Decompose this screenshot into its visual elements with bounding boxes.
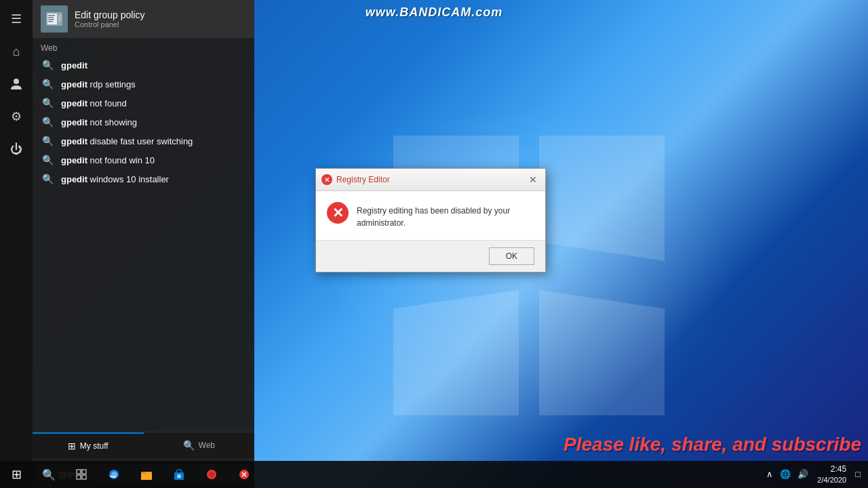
sidebar-home-icon[interactable]: ⌂ bbox=[3, 38, 30, 65]
registry-editor-dialog: ✕ Registry Editor ✕ ✕ Registry editing h… bbox=[315, 168, 546, 272]
tab-my-stuff[interactable]: ⊞ My stuff bbox=[33, 432, 144, 458]
svg-rect-17 bbox=[77, 470, 81, 474]
svg-rect-22 bbox=[141, 472, 146, 474]
tray-notification-icon[interactable]: □ bbox=[853, 469, 863, 479]
search-icon-2: 🔍 bbox=[41, 98, 54, 108]
sidebar-settings-icon[interactable]: ⚙ bbox=[3, 103, 30, 130]
svg-rect-18 bbox=[82, 470, 86, 474]
start-panel: ☰ ⌂ ⚙ ⏻ bbox=[0, 0, 254, 488]
bottom-tabs: ⊞ My stuff 🔍 Web bbox=[33, 432, 254, 458]
web-section-header: Web bbox=[33, 38, 254, 56]
web-items-container: 🔍gpedit🔍gpedit rdp settings🔍gpedit not f… bbox=[33, 56, 254, 188]
taskbar: ⊞ 🔍 bbox=[0, 461, 868, 488]
web-tab-label: Web bbox=[199, 441, 215, 450]
error-icon: ✕ bbox=[327, 202, 349, 224]
web-item-text-0: gpedit bbox=[61, 60, 87, 70]
tray-chevron-icon[interactable]: ∧ bbox=[764, 469, 775, 479]
search-icon-6: 🔍 bbox=[41, 174, 54, 184]
sidebar-user-icon[interactable] bbox=[3, 70, 30, 98]
web-item-5[interactable]: 🔍gpedit not found win 10 bbox=[33, 150, 254, 169]
search-icon-4: 🔍 bbox=[41, 136, 54, 146]
windows-logo-icon: ⊞ bbox=[68, 441, 76, 451]
dialog-title-left: ✕ Registry Editor bbox=[321, 174, 390, 185]
dialog-ok-button[interactable]: OK bbox=[489, 247, 534, 265]
search-icon-5: 🔍 bbox=[41, 155, 54, 165]
task-view-button[interactable] bbox=[65, 461, 98, 488]
sidebar-icons: ☰ ⌂ ⚙ ⏻ bbox=[0, 0, 33, 488]
tray-volume-icon[interactable]: 🔊 bbox=[795, 469, 810, 479]
sidebar-power-icon[interactable]: ⏻ bbox=[3, 136, 30, 163]
subscribe-text: Please like, share, and subscribe bbox=[564, 434, 861, 455]
web-item-text-2: gpedit not found bbox=[61, 98, 127, 108]
best-match-text: Edit group policy Control panel bbox=[75, 9, 145, 28]
web-item-6[interactable]: 🔍gpedit windows 10 installer bbox=[33, 169, 254, 188]
tray-date-display: 2/4/2020 bbox=[817, 475, 846, 485]
close-taskbar-icon[interactable] bbox=[228, 461, 260, 488]
search-icon-1: 🔍 bbox=[41, 79, 54, 89]
bandicam-watermark: www.BANDICAM.com bbox=[366, 5, 502, 20]
best-match-item[interactable]: Edit group policy Control panel bbox=[33, 0, 254, 38]
svg-rect-19 bbox=[77, 475, 81, 479]
dialog-footer: OK bbox=[316, 240, 545, 272]
cortana-search-taskbar[interactable]: 🔍 bbox=[33, 461, 65, 488]
web-item-1[interactable]: 🔍gpedit rdp settings bbox=[33, 75, 254, 94]
tab-web[interactable]: 🔍 Web bbox=[144, 432, 255, 458]
web-item-4[interactable]: 🔍gpedit disable fast user switching bbox=[33, 131, 254, 150]
desktop: www.BANDICAM.com This PC bbox=[0, 0, 868, 488]
search-icon-0: 🔍 bbox=[41, 60, 54, 70]
taskbar-icons: 🔍 bbox=[33, 461, 260, 488]
tray-time-display: 2:45 bbox=[817, 464, 846, 475]
system-tray: ∧ 🌐 🔊 2:45 2/4/2020 □ bbox=[759, 464, 868, 485]
my-stuff-label: My stuff bbox=[80, 441, 108, 451]
sidebar-hamburger-icon[interactable]: ☰ bbox=[3, 5, 30, 33]
svg-rect-16 bbox=[58, 15, 61, 22]
web-item-text-4: gpedit disable fast user switching bbox=[61, 136, 193, 146]
start-button[interactable]: ⊞ bbox=[0, 461, 33, 488]
dialog-body: ✕ Registry editing has been disabled by … bbox=[316, 191, 545, 240]
svg-text:⊞: ⊞ bbox=[177, 474, 181, 479]
edge-browser-taskbar[interactable] bbox=[98, 461, 130, 488]
svg-rect-13 bbox=[48, 17, 54, 18]
best-match-title: Edit group policy bbox=[75, 9, 145, 20]
store-taskbar[interactable]: ⊞ bbox=[163, 461, 195, 488]
web-item-text-6: gpedit windows 10 installer bbox=[61, 174, 169, 184]
dialog-close-button[interactable]: ✕ bbox=[526, 173, 540, 186]
dialog-title-icon: ✕ bbox=[321, 174, 332, 185]
gpedit-icon-box bbox=[41, 5, 68, 33]
web-item-2[interactable]: 🔍gpedit not found bbox=[33, 94, 254, 113]
web-tab-search-icon: 🔍 bbox=[183, 440, 195, 451]
dialog-message: Registry editing has been disabled by yo… bbox=[357, 202, 534, 229]
svg-point-26 bbox=[209, 472, 214, 477]
web-section: Web 🔍gpedit🔍gpedit rdp settings🔍gpedit n… bbox=[33, 38, 254, 432]
svg-rect-20 bbox=[82, 475, 86, 479]
main-content: Edit group policy Control panel Web 🔍gpe… bbox=[33, 0, 254, 488]
best-match-subtitle: Control panel bbox=[75, 20, 145, 28]
web-item-0[interactable]: 🔍gpedit bbox=[33, 56, 254, 75]
web-item-text-1: gpedit rdp settings bbox=[61, 79, 136, 89]
web-item-text-3: gpedit not showing bbox=[61, 117, 137, 127]
web-item-text-5: gpedit not found win 10 bbox=[61, 155, 155, 165]
file-explorer-taskbar[interactable] bbox=[130, 461, 163, 488]
search-icon-3: 🔍 bbox=[41, 117, 54, 127]
svg-rect-14 bbox=[48, 19, 54, 20]
svg-point-9 bbox=[14, 79, 19, 84]
dialog-title-text: Registry Editor bbox=[336, 175, 390, 184]
tray-clock[interactable]: 2:45 2/4/2020 bbox=[813, 464, 850, 485]
record-button-taskbar[interactable] bbox=[195, 461, 228, 488]
dialog-titlebar: ✕ Registry Editor ✕ bbox=[316, 169, 545, 191]
web-item-3[interactable]: 🔍gpedit not showing bbox=[33, 113, 254, 131]
svg-rect-12 bbox=[48, 15, 55, 16]
tray-network-icon[interactable]: 🌐 bbox=[778, 469, 793, 479]
windows-logo-bottom bbox=[393, 271, 665, 396]
svg-rect-15 bbox=[48, 21, 53, 22]
